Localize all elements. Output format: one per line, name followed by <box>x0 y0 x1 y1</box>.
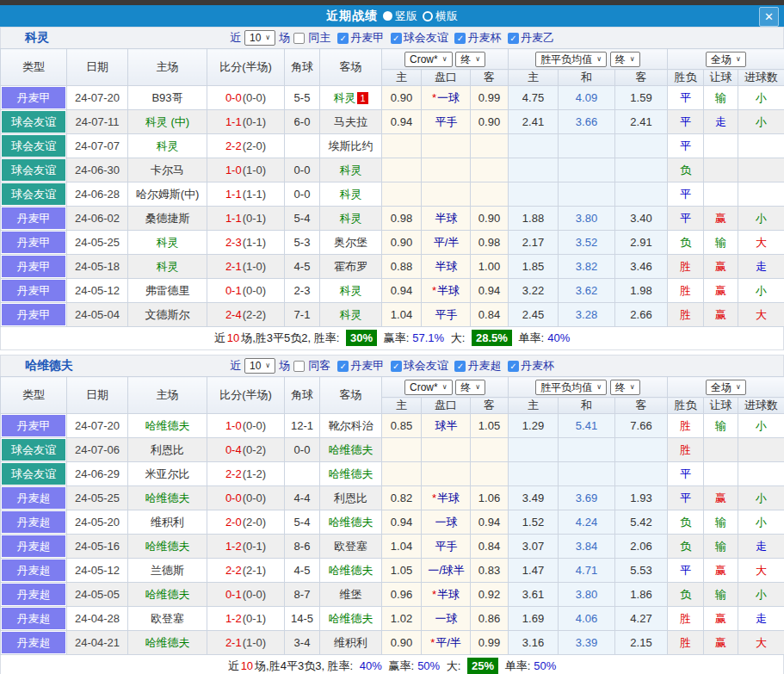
odds-win-rate-value: 50% <box>417 659 440 672</box>
away-team[interactable]: 靴尔科治 <box>320 414 382 438</box>
close-button[interactable]: ✕ <box>759 7 779 27</box>
home-team[interactable]: 桑德捷斯 <box>128 207 207 231</box>
scope-select[interactable]: 全场 ∨ <box>706 380 746 395</box>
away-team[interactable]: 维堡 <box>320 583 382 607</box>
same-venue-checkbox[interactable] <box>293 361 305 372</box>
home-team[interactable]: 哈维德夫 <box>128 535 207 559</box>
home-team[interactable]: 科灵 <box>128 134 207 158</box>
away-team[interactable]: 科灵 <box>320 182 382 207</box>
average-odds-group-header: 胜平负均值 ∨ 终 ∨ <box>509 49 668 70</box>
chevron-down-icon: ∨ <box>265 360 270 372</box>
away-team[interactable]: 科灵 <box>320 207 382 231</box>
match-score: 0-1(0-0) <box>207 583 285 607</box>
final-odds-select[interactable]: 终 ∨ <box>455 380 485 395</box>
home-team[interactable]: 哈尔姆斯(中) <box>128 182 207 207</box>
away-team[interactable]: 哈维德夫 <box>320 559 382 583</box>
away-team[interactable]: 科灵 <box>320 279 382 303</box>
away-team[interactable]: 科灵1 <box>320 86 382 110</box>
away-team[interactable]: 欧登塞 <box>320 535 382 559</box>
away-handicap-star: * <box>432 91 436 104</box>
col-odds-home: 主 <box>382 70 422 86</box>
half-time-score: (0-0) <box>243 91 266 104</box>
handicap-result-cell: 走 <box>704 110 738 134</box>
handicap-name: 半球 <box>422 255 471 279</box>
league-filter: ✓ 丹麦杯 <box>454 30 501 46</box>
goals-result-cell: 走 <box>738 607 784 631</box>
match-date: 24-05-04 <box>67 303 128 327</box>
match-score: 1-0(1-0) <box>207 158 285 182</box>
away-team[interactable]: 维积利 <box>320 631 382 655</box>
home-team[interactable]: 卡尔马 <box>128 158 207 182</box>
home-team[interactable]: 欧登塞 <box>128 607 207 631</box>
league-checkbox[interactable]: ✓ <box>337 33 349 44</box>
handicap-result-cell: 赢 <box>704 279 738 303</box>
result-cell: 负 <box>668 510 704 535</box>
handicap-away-odds: 1.00 <box>471 255 509 279</box>
final-average-select[interactable]: 终 ∨ <box>610 380 640 395</box>
away-team[interactable]: 哈维德夫 <box>320 607 382 631</box>
handicap-group-header: Crow* ∨ 终 ∨ <box>382 377 509 398</box>
final-odds-select[interactable]: 终 ∨ <box>455 52 485 67</box>
result-cell: 胜 <box>668 438 704 462</box>
same-venue-checkbox[interactable] <box>293 33 305 44</box>
away-team[interactable]: 马夫拉 <box>320 110 382 134</box>
radio-horizontal[interactable]: 横版 <box>423 9 458 24</box>
home-team[interactable]: 利恩比 <box>128 438 207 462</box>
away-team[interactable]: 哈维德夫 <box>320 510 382 535</box>
goals-result-cell: 大 <box>738 231 784 255</box>
home-team[interactable]: 科灵 <box>128 231 207 255</box>
away-team[interactable]: 利恩比 <box>320 486 382 510</box>
corner-score: 6-0 <box>285 110 320 134</box>
handicap-home-odds: 0.94 <box>382 279 422 303</box>
handicap-name <box>422 134 471 158</box>
average-odds-select[interactable]: 胜平负均值 ∨ <box>535 52 607 67</box>
home-team[interactable]: 哈维德夫 <box>128 486 207 510</box>
home-team[interactable]: 哈维德夫 <box>128 583 207 607</box>
company-select[interactable]: Crow* ∨ <box>404 380 453 395</box>
col-date: 日期 <box>67 49 128 86</box>
away-team[interactable]: 奥尔堡 <box>320 231 382 255</box>
home-team[interactable]: 文德斯尔 <box>128 303 207 327</box>
home-team[interactable]: 维积利 <box>128 510 207 535</box>
home-team[interactable]: 兰德斯 <box>128 559 207 583</box>
handicap-home-odds: 0.90 <box>382 231 422 255</box>
league-filter: ✓ 丹麦超 <box>454 358 501 374</box>
half-time-score: (0-0) <box>243 284 266 297</box>
result-cell: 平 <box>668 110 704 134</box>
match-count-select[interactable]: 10 ∨ <box>244 358 275 374</box>
rank-badge: 1 <box>357 92 367 104</box>
scope-select[interactable]: 全场 ∨ <box>706 52 746 67</box>
final-average-select[interactable]: 终 ∨ <box>610 52 640 67</box>
handicap-home-odds: 0.82 <box>382 486 422 510</box>
avg-home-odds: 3.22 <box>509 279 559 303</box>
home-team[interactable]: 科灵 (中) <box>128 110 207 134</box>
league-checkbox[interactable]: ✓ <box>391 33 402 44</box>
away-team[interactable]: 霍布罗 <box>320 255 382 279</box>
league-filter: ✓ 丹麦甲 <box>337 358 384 374</box>
home-team[interactable]: 哈维德夫 <box>128 631 207 655</box>
match-date: 24-05-25 <box>67 486 128 510</box>
away-team[interactable]: 哈维德夫 <box>320 462 382 486</box>
league-checkbox[interactable]: ✓ <box>454 361 466 372</box>
average-odds-select[interactable]: 胜平负均值 ∨ <box>535 380 607 395</box>
away-team[interactable]: 科灵 <box>320 303 382 327</box>
home-team[interactable]: 弗雷德里 <box>128 279 207 303</box>
league-checkbox[interactable]: ✓ <box>508 33 519 44</box>
league-checkbox[interactable]: ✓ <box>337 361 349 372</box>
match-count-select[interactable]: 10 ∨ <box>244 30 275 46</box>
league-checkbox[interactable]: ✓ <box>391 361 402 372</box>
away-team[interactable]: 哈维德夫 <box>320 438 382 462</box>
home-team[interactable]: 米亚尔比 <box>128 462 207 486</box>
league-checkbox[interactable]: ✓ <box>508 361 519 372</box>
chevron-down-icon: ∨ <box>475 53 480 65</box>
company-select[interactable]: Crow* ∨ <box>404 52 453 67</box>
away-team[interactable]: 科灵 <box>320 158 382 182</box>
league-checkbox[interactable]: ✓ <box>454 33 466 44</box>
home-team[interactable]: 哈维德夫 <box>128 414 207 438</box>
home-team[interactable]: B93哥 <box>128 86 207 110</box>
radio-vertical[interactable]: 竖版 <box>383 9 417 24</box>
win-rate-value: 30% <box>346 330 377 346</box>
away-team[interactable]: 埃斯比约 <box>320 134 382 158</box>
match-date: 24-07-20 <box>67 86 128 110</box>
home-team[interactable]: 科灵 <box>128 255 207 279</box>
